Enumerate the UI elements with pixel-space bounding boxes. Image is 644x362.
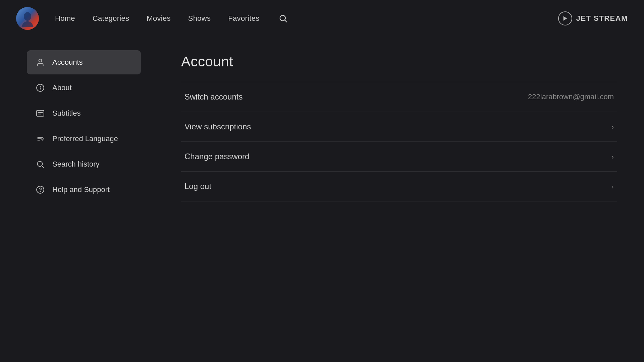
log-out-right: › bbox=[611, 183, 614, 190]
sidebar-item-preferred-language[interactable]: Preferred Language bbox=[27, 127, 141, 151]
translate-icon bbox=[36, 134, 45, 143]
brand-play-icon bbox=[558, 11, 572, 25]
search-icon[interactable] bbox=[277, 12, 289, 24]
view-subscriptions-label: View subscriptions bbox=[184, 122, 251, 131]
sidebar: Accounts About Subtitles bbox=[27, 50, 141, 362]
switch-accounts-row[interactable]: Switch accounts 222larabrown@gmail.com bbox=[181, 82, 617, 112]
nav-bar: Home Categories Movies Shows Favorites bbox=[55, 12, 558, 24]
brand-name: JET STREAM bbox=[576, 14, 628, 23]
header: Home Categories Movies Shows Favorites J… bbox=[0, 0, 644, 37]
change-password-right: › bbox=[611, 153, 614, 161]
sidebar-accounts-label: Accounts bbox=[52, 58, 83, 67]
sidebar-item-search-history[interactable]: Search history bbox=[27, 152, 141, 176]
change-password-row[interactable]: Change password › bbox=[181, 142, 617, 172]
svg-point-1 bbox=[24, 12, 31, 21]
nav-movies[interactable]: Movies bbox=[147, 14, 171, 23]
search-history-icon bbox=[36, 160, 45, 169]
svg-line-3 bbox=[285, 20, 286, 22]
sidebar-item-help-support[interactable]: Help and Support bbox=[27, 178, 141, 202]
svg-rect-9 bbox=[37, 110, 44, 116]
page-title: Account bbox=[181, 54, 617, 70]
sidebar-subtitles-label: Subtitles bbox=[52, 109, 80, 118]
change-password-label: Change password bbox=[184, 152, 249, 161]
chevron-right-icon: › bbox=[611, 123, 614, 131]
svg-point-2 bbox=[280, 15, 285, 21]
switch-accounts-right: 222larabrown@gmail.com bbox=[528, 93, 614, 101]
info-icon bbox=[36, 83, 45, 93]
view-subscriptions-row[interactable]: View subscriptions › bbox=[181, 112, 617, 142]
svg-point-5 bbox=[39, 59, 42, 62]
svg-line-13 bbox=[42, 166, 44, 168]
view-subscriptions-right: › bbox=[611, 123, 614, 131]
sidebar-item-accounts[interactable]: Accounts bbox=[27, 50, 141, 74]
chevron-right-icon-2: › bbox=[611, 153, 614, 161]
nav-shows[interactable]: Shows bbox=[188, 14, 211, 23]
sidebar-preferred-language-label: Preferred Language bbox=[52, 134, 118, 143]
sidebar-help-support-label: Help and Support bbox=[52, 185, 110, 194]
subtitles-icon bbox=[36, 109, 45, 118]
nav-categories[interactable]: Categories bbox=[93, 14, 129, 23]
main-layout: Accounts About Subtitles bbox=[0, 37, 644, 362]
chevron-right-icon-3: › bbox=[611, 183, 614, 190]
content-area: Account Switch accounts 222larabrown@gma… bbox=[181, 50, 617, 362]
brand: JET STREAM bbox=[558, 11, 628, 25]
log-out-row[interactable]: Log out › bbox=[181, 172, 617, 201]
nav-favorites[interactable]: Favorites bbox=[228, 14, 259, 23]
logo-avatar[interactable] bbox=[16, 7, 39, 30]
help-icon bbox=[36, 185, 45, 194]
svg-point-12 bbox=[37, 161, 42, 166]
sidebar-about-label: About bbox=[52, 83, 72, 92]
log-out-label: Log out bbox=[184, 182, 211, 191]
sidebar-item-about[interactable]: About bbox=[27, 76, 141, 100]
switch-accounts-label: Switch accounts bbox=[184, 92, 243, 102]
account-email: 222larabrown@gmail.com bbox=[528, 93, 614, 101]
sidebar-search-history-label: Search history bbox=[52, 160, 100, 169]
nav-home[interactable]: Home bbox=[55, 14, 75, 23]
person-icon bbox=[36, 58, 45, 67]
svg-point-14 bbox=[37, 186, 44, 193]
svg-marker-4 bbox=[563, 16, 567, 21]
sidebar-item-subtitles[interactable]: Subtitles bbox=[27, 101, 141, 125]
